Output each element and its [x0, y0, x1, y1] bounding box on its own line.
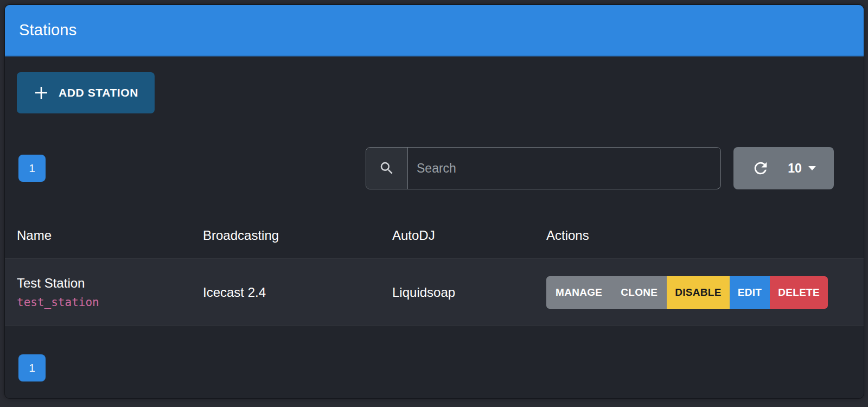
station-shortname: test_station: [17, 296, 203, 309]
pagination-page-1-bottom[interactable]: 1: [18, 354, 46, 381]
per-page-group: 10: [733, 147, 834, 189]
stations-card: Stations ADD STATION 1: [4, 4, 864, 399]
column-header-name: Name: [17, 228, 203, 243]
edit-button[interactable]: EDIT: [730, 276, 770, 309]
toolbar: 1: [18, 147, 834, 189]
caret-down-icon: [808, 166, 816, 170]
add-station-label: ADD STATION: [59, 86, 138, 99]
plus-icon: [33, 85, 49, 101]
search-input[interactable]: [408, 148, 720, 189]
per-page-value: 10: [788, 161, 802, 176]
table-row: Test Station test_station Icecast 2.4 Li…: [5, 258, 864, 326]
table-header: Name Broadcasting AutoDJ Actions: [5, 212, 864, 258]
refresh-button[interactable]: [751, 159, 770, 177]
search-group: [366, 147, 721, 189]
column-header-actions: Actions: [546, 228, 864, 243]
page-title: Stations: [19, 21, 76, 39]
column-header-autodj: AutoDJ: [392, 228, 546, 243]
delete-button[interactable]: DELETE: [770, 276, 828, 309]
per-page-dropdown[interactable]: 10: [788, 161, 816, 176]
manage-button[interactable]: MANAGE: [546, 276, 611, 309]
disable-button[interactable]: DISABLE: [667, 276, 730, 309]
broadcasting-cell: Icecast 2.4: [203, 285, 392, 300]
station-name-cell: Test Station test_station: [17, 276, 203, 309]
card-header: Stations: [5, 5, 864, 56]
add-station-button[interactable]: ADD STATION: [17, 72, 155, 113]
toolbar-right: 10: [366, 147, 834, 189]
refresh-icon: [751, 159, 770, 177]
row-actions: MANAGE CLONE DISABLE EDIT DELETE: [546, 276, 828, 309]
search-icon: [379, 160, 395, 176]
column-header-broadcasting: Broadcasting: [203, 228, 392, 243]
autodj-cell: Liquidsoap: [392, 285, 546, 300]
clone-button[interactable]: CLONE: [611, 276, 667, 309]
search-prepend: [366, 148, 408, 189]
station-name: Test Station: [17, 276, 203, 291]
pagination-page-1-top[interactable]: 1: [18, 155, 46, 182]
